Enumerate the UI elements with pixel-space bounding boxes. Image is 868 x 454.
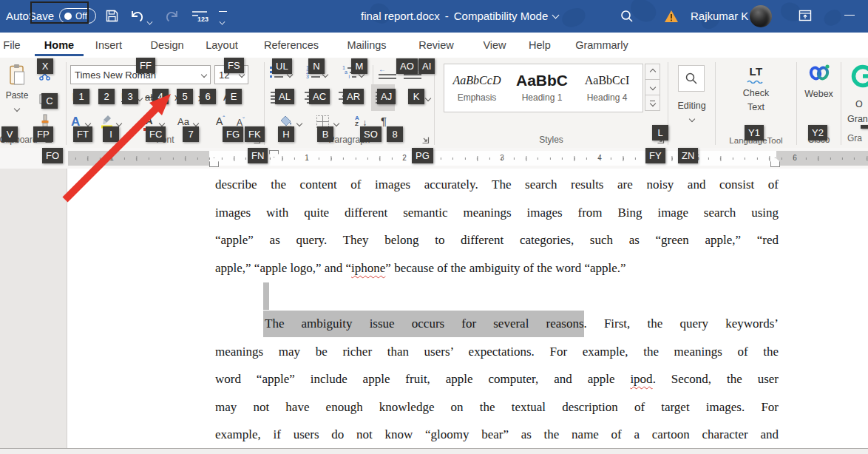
tab-layout[interactable]: Layout [206, 33, 238, 58]
doc-line: word “apple” include apple fruit, apple … [215, 365, 779, 393]
tab-design[interactable]: Design [150, 33, 183, 58]
doc-line: “apple” as query. They belong to differe… [215, 226, 779, 254]
paragraph-marks-button[interactable]: ¶ [381, 115, 387, 126]
change-case-dropdown-icon[interactable] [193, 121, 199, 126]
keytip-subscript: 5 [177, 89, 193, 104]
tab-view[interactable]: View [483, 33, 506, 58]
shading-dropdown-icon[interactable] [296, 121, 302, 126]
keytip-ruler-pg: PG [412, 148, 433, 163]
grammarly-group-label: Gra [847, 133, 862, 143]
ribbon-tab-row: File Home Insert Design Layout Reference… [0, 33, 868, 58]
tab-insert[interactable]: Insert [95, 33, 122, 58]
languagetool-icon: LT [749, 65, 762, 78]
tab-file[interactable]: File [3, 33, 20, 58]
style-card-heading1[interactable]: AaBbC Heading 1 [509, 64, 574, 112]
grammarly-button-line2: Gran [847, 114, 868, 124]
tab-references[interactable]: References [264, 33, 319, 58]
user-name[interactable]: Rajkumar K [691, 0, 748, 33]
keytip-cut: X [37, 58, 53, 74]
keytip-change-case: 7 [183, 126, 199, 142]
keytip-grammarly-partial [861, 125, 868, 129]
borders-dropdown-icon[interactable] [333, 121, 339, 126]
keytip-font-size: FS [224, 58, 244, 73]
format-painter-icon[interactable] [38, 114, 52, 127]
grammarly-button-line1: O [855, 99, 863, 109]
highlight-dropdown-icon[interactable] [116, 121, 122, 126]
keytip-numbering: N [308, 58, 325, 74]
bottom-strip [0, 448, 868, 454]
avatar[interactable] [750, 5, 772, 27]
ruler-number: 3 [500, 154, 504, 162]
titlebar-ghost-shape [560, 7, 587, 29]
numbering-value-icon[interactable]: 123 [191, 9, 208, 24]
keytip-languagetool: Y1 [745, 125, 764, 140]
grammarly-icon [850, 64, 868, 89]
ruler-row: 1 1 2 3 4 5 6 [0, 148, 868, 169]
editing-group: Editing [668, 58, 715, 148]
styles-gallery-scroll [645, 64, 660, 111]
webex-button[interactable]: Webex [797, 64, 841, 99]
document-title[interactable]: final report.docx - Compatibility Mode [361, 0, 558, 33]
keytip-format-painter: FP [33, 126, 53, 142]
check-text-line2: Text [716, 102, 796, 112]
minimize-button[interactable] [844, 15, 855, 16]
find-icon [685, 72, 698, 85]
tab-grammarly[interactable]: Grammarly [575, 33, 628, 58]
styles-gallery-more-icon[interactable] [645, 95, 660, 110]
undo-dropdown-icon[interactable] [147, 14, 152, 27]
editing-dropdown-icon[interactable] [689, 116, 695, 122]
keytip-italic: 2 [98, 89, 115, 104]
webex-label: Webex [797, 89, 841, 99]
styles-scroll-down-icon[interactable] [645, 80, 660, 95]
doc-line: images with quite different semantic mea… [215, 199, 779, 227]
tab-mailings[interactable]: Mailings [347, 33, 386, 58]
search-icon[interactable] [620, 9, 634, 24]
ribbon-display-options-icon[interactable] [799, 10, 812, 21]
keytip-line-spacing: K [408, 89, 424, 104]
change-case-button[interactable]: Aa [177, 117, 189, 126]
font-color-dropdown-icon[interactable] [159, 121, 165, 126]
home-tab-focus-box [30, 1, 89, 24]
ruler-number: 1 [109, 154, 114, 162]
home-tab-active-underline [35, 54, 84, 56]
keytip-align-center: AC [309, 89, 330, 104]
keytip-ruler-fy: FY [645, 148, 665, 163]
paragraph-dialog-launcher-icon[interactable] [421, 136, 430, 144]
keytip-bold: 1 [73, 89, 89, 104]
save-icon[interactable] [105, 9, 119, 23]
grow-font-button[interactable]: Aˆ [216, 115, 225, 126]
keytip-sort: SO [360, 126, 382, 142]
tab-review[interactable]: Review [418, 33, 454, 58]
webex-icon [808, 64, 830, 81]
styles-scroll-up-icon[interactable] [645, 64, 660, 80]
decrease-indent-icon[interactable]: ← [379, 67, 396, 79]
document-page[interactable]: describe the content of images accuratel… [67, 169, 868, 448]
title-dropdown-icon [552, 11, 560, 18]
paste-label: Paste [3, 90, 31, 101]
warning-icon[interactable] [664, 10, 679, 23]
keytip-align-right: AR [343, 89, 364, 104]
styles-group: AaBbCcD Emphasis AaBbC Heading 1 AaBbCcI… [435, 58, 668, 148]
keytip-grow-font: FG [223, 126, 243, 142]
style-card-emphasis[interactable]: AaBbCcD Emphasis [444, 64, 509, 112]
keytip-ruler-fn: FN [248, 148, 268, 163]
misspelled-word: iphone [351, 261, 385, 275]
style-card-heading4[interactable]: AaBbCcI Heading 4 [574, 64, 640, 112]
keytip-ruler-fo: FO [42, 148, 63, 163]
doc-line: meanings may be richer than users’ expec… [215, 338, 779, 366]
tab-help[interactable]: Help [529, 33, 551, 58]
paste-button[interactable]: Paste [3, 64, 31, 114]
style-name: Heading 1 [509, 92, 574, 103]
editing-button[interactable] [678, 65, 705, 92]
languagetool-wave-icon [747, 79, 766, 84]
keytip-shrink-font: FK [245, 126, 265, 142]
text-effects-dropdown-icon[interactable] [85, 121, 91, 126]
undo-icon[interactable] [129, 8, 145, 24]
word-window: { "titlebar": { "autosave": "AutoSave", … [0, 0, 868, 454]
grammarly-button[interactable] [850, 64, 868, 89]
shrink-font-button[interactable]: Aˇ [237, 117, 245, 127]
ruler-number: 4 [597, 154, 602, 162]
qat-customize-icon[interactable] [219, 11, 227, 27]
check-text-button[interactable]: LT Check Text [716, 65, 796, 112]
compatibility-mode-label: Compatibility Mode [454, 0, 549, 33]
